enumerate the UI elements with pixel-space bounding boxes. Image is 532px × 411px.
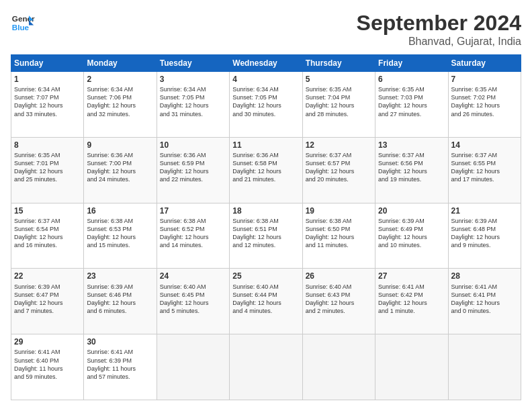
calendar-week-4: 22Sunrise: 6:39 AMSunset: 6:47 PMDayligh…: [11, 269, 521, 334]
calendar-cell: 3Sunrise: 6:34 AMSunset: 7:05 PMDaylight…: [157, 72, 229, 138]
calendar-cell: 22Sunrise: 6:39 AMSunset: 6:47 PMDayligh…: [11, 269, 84, 334]
calendar-table: SundayMondayTuesdayWednesdayThursdayFrid…: [11, 54, 521, 400]
calendar-cell: 28Sunrise: 6:41 AMSunset: 6:41 PMDayligh…: [448, 269, 521, 334]
calendar-header-friday: Friday: [375, 55, 448, 72]
calendar-cell: [375, 334, 448, 400]
day-info: Sunrise: 6:38 AMSunset: 6:50 PMDaylight:…: [306, 217, 372, 250]
day-info: Sunrise: 6:37 AMSunset: 6:57 PMDaylight:…: [306, 151, 372, 184]
title-block: September 2024 Bhanvad, Gujarat, India: [357, 11, 521, 48]
calendar-cell: 15Sunrise: 6:37 AMSunset: 6:54 PMDayligh…: [11, 203, 84, 269]
day-number: 6: [378, 74, 445, 85]
day-number: 25: [232, 271, 299, 281]
calendar-cell: 13Sunrise: 6:37 AMSunset: 6:56 PMDayligh…: [375, 137, 448, 203]
calendar-cell: 5Sunrise: 6:35 AMSunset: 7:04 PMDaylight…: [302, 72, 375, 138]
calendar-cell: 2Sunrise: 6:34 AMSunset: 7:06 PMDaylight…: [84, 72, 157, 138]
day-info: Sunrise: 6:37 AMSunset: 6:55 PMDaylight:…: [451, 151, 518, 184]
calendar-cell: 17Sunrise: 6:38 AMSunset: 6:52 PMDayligh…: [157, 203, 229, 269]
page: General Blue September 2024 Bhanvad, Guj…: [0, 0, 532, 411]
day-info: Sunrise: 6:36 AMSunset: 7:00 PMDaylight:…: [87, 151, 153, 184]
calendar-cell: [157, 334, 229, 400]
calendar-cell: 30Sunrise: 6:41 AMSunset: 6:39 PMDayligh…: [84, 334, 157, 400]
day-info: Sunrise: 6:40 AMSunset: 6:43 PMDaylight:…: [306, 283, 372, 316]
day-info: Sunrise: 6:39 AMSunset: 6:47 PMDaylight:…: [14, 283, 81, 316]
day-info: Sunrise: 6:41 AMSunset: 6:40 PMDaylight:…: [14, 348, 81, 381]
day-number: 1: [14, 74, 81, 85]
day-number: 2: [87, 74, 153, 85]
calendar-header-wednesday: Wednesday: [230, 55, 302, 72]
svg-text:Blue: Blue: [12, 23, 30, 32]
day-number: 27: [378, 271, 445, 281]
calendar-week-3: 15Sunrise: 6:37 AMSunset: 6:54 PMDayligh…: [11, 203, 521, 269]
calendar-cell: 9Sunrise: 6:36 AMSunset: 7:00 PMDaylight…: [84, 137, 157, 203]
day-info: Sunrise: 6:39 AMSunset: 6:48 PMDaylight:…: [451, 217, 518, 250]
calendar-week-1: 1Sunrise: 6:34 AMSunset: 7:07 PMDaylight…: [11, 72, 521, 138]
calendar-header-saturday: Saturday: [448, 55, 521, 72]
day-number: 18: [232, 205, 299, 216]
calendar-week-2: 8Sunrise: 6:35 AMSunset: 7:01 PMDaylight…: [11, 137, 521, 203]
calendar-cell: [448, 334, 521, 400]
calendar-cell: 16Sunrise: 6:38 AMSunset: 6:53 PMDayligh…: [84, 203, 157, 269]
day-info: Sunrise: 6:36 AMSunset: 6:59 PMDaylight:…: [160, 151, 226, 184]
day-info: Sunrise: 6:35 AMSunset: 7:03 PMDaylight:…: [378, 85, 445, 118]
day-info: Sunrise: 6:34 AMSunset: 7:05 PMDaylight:…: [160, 85, 226, 118]
day-info: Sunrise: 6:34 AMSunset: 7:05 PMDaylight:…: [232, 85, 299, 118]
day-number: 8: [14, 140, 81, 150]
day-number: 22: [14, 271, 81, 281]
logo-icon: General Blue: [11, 11, 35, 35]
day-number: 7: [451, 74, 518, 85]
day-number: 13: [378, 140, 445, 150]
day-number: 24: [160, 271, 226, 281]
day-number: 3: [160, 74, 226, 85]
calendar-cell: 27Sunrise: 6:41 AMSunset: 6:42 PMDayligh…: [375, 269, 448, 334]
day-info: Sunrise: 6:35 AMSunset: 7:02 PMDaylight:…: [451, 85, 518, 118]
calendar-cell: 19Sunrise: 6:38 AMSunset: 6:50 PMDayligh…: [302, 203, 375, 269]
calendar-header-thursday: Thursday: [302, 55, 375, 72]
day-number: 29: [14, 336, 81, 347]
day-number: 19: [306, 205, 372, 216]
calendar-cell: 25Sunrise: 6:40 AMSunset: 6:44 PMDayligh…: [230, 269, 302, 334]
day-number: 12: [306, 140, 372, 150]
day-number: 23: [87, 271, 153, 281]
calendar-cell: 12Sunrise: 6:37 AMSunset: 6:57 PMDayligh…: [302, 137, 375, 203]
calendar-header-tuesday: Tuesday: [157, 55, 229, 72]
logo: General Blue: [11, 11, 35, 35]
calendar-cell: 14Sunrise: 6:37 AMSunset: 6:55 PMDayligh…: [448, 137, 521, 203]
day-number: 5: [306, 74, 372, 85]
calendar-cell: 4Sunrise: 6:34 AMSunset: 7:05 PMDaylight…: [230, 72, 302, 138]
day-number: 15: [14, 205, 81, 216]
day-info: Sunrise: 6:41 AMSunset: 6:42 PMDaylight:…: [378, 283, 445, 316]
day-number: 30: [87, 336, 153, 347]
day-info: Sunrise: 6:35 AMSunset: 7:04 PMDaylight:…: [306, 85, 372, 118]
calendar-cell: [230, 334, 302, 400]
calendar-cell: 10Sunrise: 6:36 AMSunset: 6:59 PMDayligh…: [157, 137, 229, 203]
calendar-header-sunday: Sunday: [11, 55, 84, 72]
day-info: Sunrise: 6:38 AMSunset: 6:53 PMDaylight:…: [87, 217, 153, 250]
day-info: Sunrise: 6:35 AMSunset: 7:01 PMDaylight:…: [14, 151, 81, 184]
day-number: 16: [87, 205, 153, 216]
calendar-cell: 29Sunrise: 6:41 AMSunset: 6:40 PMDayligh…: [11, 334, 84, 400]
day-number: 11: [232, 140, 299, 150]
calendar-cell: 1Sunrise: 6:34 AMSunset: 7:07 PMDaylight…: [11, 72, 84, 138]
location: Bhanvad, Gujarat, India: [357, 36, 521, 48]
day-info: Sunrise: 6:39 AMSunset: 6:46 PMDaylight:…: [87, 283, 153, 316]
day-info: Sunrise: 6:40 AMSunset: 6:45 PMDaylight:…: [160, 283, 226, 316]
day-number: 14: [451, 140, 518, 150]
day-number: 20: [378, 205, 445, 216]
calendar-cell: 8Sunrise: 6:35 AMSunset: 7:01 PMDaylight…: [11, 137, 84, 203]
month-title: September 2024: [357, 11, 521, 36]
day-info: Sunrise: 6:38 AMSunset: 6:52 PMDaylight:…: [160, 217, 226, 250]
day-info: Sunrise: 6:37 AMSunset: 6:56 PMDaylight:…: [378, 151, 445, 184]
day-info: Sunrise: 6:34 AMSunset: 7:07 PMDaylight:…: [14, 85, 81, 118]
day-info: Sunrise: 6:40 AMSunset: 6:44 PMDaylight:…: [232, 283, 299, 316]
calendar-cell: 11Sunrise: 6:36 AMSunset: 6:58 PMDayligh…: [230, 137, 302, 203]
calendar-cell: 7Sunrise: 6:35 AMSunset: 7:02 PMDaylight…: [448, 72, 521, 138]
day-number: 17: [160, 205, 226, 216]
day-info: Sunrise: 6:36 AMSunset: 6:58 PMDaylight:…: [232, 151, 299, 184]
day-number: 26: [306, 271, 372, 281]
calendar-cell: 26Sunrise: 6:40 AMSunset: 6:43 PMDayligh…: [302, 269, 375, 334]
calendar-cell: 23Sunrise: 6:39 AMSunset: 6:46 PMDayligh…: [84, 269, 157, 334]
header: General Blue September 2024 Bhanvad, Guj…: [11, 11, 521, 48]
day-number: 28: [451, 271, 518, 281]
day-info: Sunrise: 6:38 AMSunset: 6:51 PMDaylight:…: [232, 217, 299, 250]
calendar-cell: 6Sunrise: 6:35 AMSunset: 7:03 PMDaylight…: [375, 72, 448, 138]
